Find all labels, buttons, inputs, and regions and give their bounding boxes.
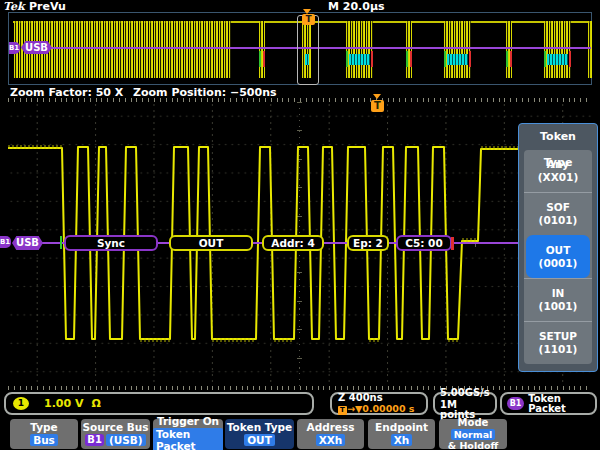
menu-item-sof[interactable]: SOF (0101) — [524, 192, 592, 235]
token-type-menu: Token Type Any (XX01) SOF (0101) OUT (00… — [518, 123, 598, 372]
bus-b1-badge-main: B1 — [0, 236, 11, 248]
menu-item-any[interactable]: Any (XX01) — [524, 150, 592, 192]
overview-window: B1 USB T — [8, 12, 592, 85]
overview-packet — [506, 21, 512, 78]
decoded-packet-addr: Addr: 4 — [262, 235, 324, 251]
menu-item-in[interactable]: IN (1001) — [524, 278, 592, 321]
softkey-trigger-on[interactable]: Trigger On Token Packet — [153, 419, 223, 449]
overview-packet — [346, 21, 373, 78]
zoom-window-bracket[interactable] — [297, 15, 319, 85]
overview-packet — [544, 21, 571, 78]
softkey-endpoint[interactable]: Endpoint Xh — [368, 419, 435, 449]
softkey-type[interactable]: Type Bus — [10, 419, 78, 449]
overview-packet — [406, 21, 412, 78]
channel1-badge: 1 — [13, 397, 29, 410]
menu-item-setup[interactable]: SETUP (1101) — [524, 321, 592, 364]
softkey-address[interactable]: Address XXh — [297, 419, 364, 449]
bus-b1-badge: B1 — [9, 42, 20, 54]
overview-packet — [259, 21, 265, 78]
zoom-delay-readout: T→▼0.00000 s — [338, 404, 415, 415]
channel1-readout: 1 1.00 V Ω — [4, 392, 314, 415]
channel1-coupling: Ω — [91, 397, 100, 410]
menu-item-out[interactable]: OUT (0001) — [526, 235, 590, 278]
bus-b1-badge-status: B1 — [507, 397, 524, 410]
acquisition-readout: 5.00GS/s 1M points — [433, 392, 497, 415]
softkey-source-bus[interactable]: Source Bus B1 (USB) — [81, 419, 150, 449]
usb-bus-tag: USB — [21, 41, 52, 54]
overview-packet — [588, 21, 592, 78]
oscilloscope-screen: Tek PreVu M 20.0μs B1 USB T Zoom Factor:… — [0, 0, 600, 450]
bottom-tick-ruler — [8, 386, 592, 390]
softkey-token-type[interactable]: Token Type OUT — [225, 419, 294, 449]
decoded-packet-endpoint: Ep: 2 — [347, 235, 389, 251]
overview-packet — [444, 21, 471, 78]
decoded-packet-out: OUT — [169, 235, 253, 251]
decoded-packet-crc: C5: 00 — [396, 235, 452, 251]
source-bus-b1-badge: B1 — [85, 434, 104, 446]
softkey-mode[interactable]: Mode Normal & Holdoff — [439, 419, 507, 449]
channel1-scale: 1.00 V — [44, 397, 83, 410]
bus-readout: B1 Token Packet — [500, 392, 597, 415]
zoom-scale-readout: Z 400ns T→▼0.00000 s — [330, 392, 428, 415]
token-type-menu-items: Any (XX01) SOF (0101) OUT (0001) IN (100… — [524, 150, 592, 364]
token-type-menu-title: Token Type — [524, 124, 592, 150]
bus-trigger-label: Token Packet — [528, 394, 595, 414]
trigger-position-arrow-icon — [373, 94, 381, 99]
trigger-icon: T — [338, 406, 347, 415]
decoded-packet-sync: Sync — [64, 235, 158, 251]
zoom-window-t-marker[interactable]: T — [302, 14, 315, 25]
packet-start-mark — [60, 236, 62, 249]
usb-bus-tag-main: USB — [12, 236, 43, 250]
packet-end-mark — [451, 237, 454, 250]
trigger-position-t-marker[interactable]: T — [371, 100, 384, 112]
